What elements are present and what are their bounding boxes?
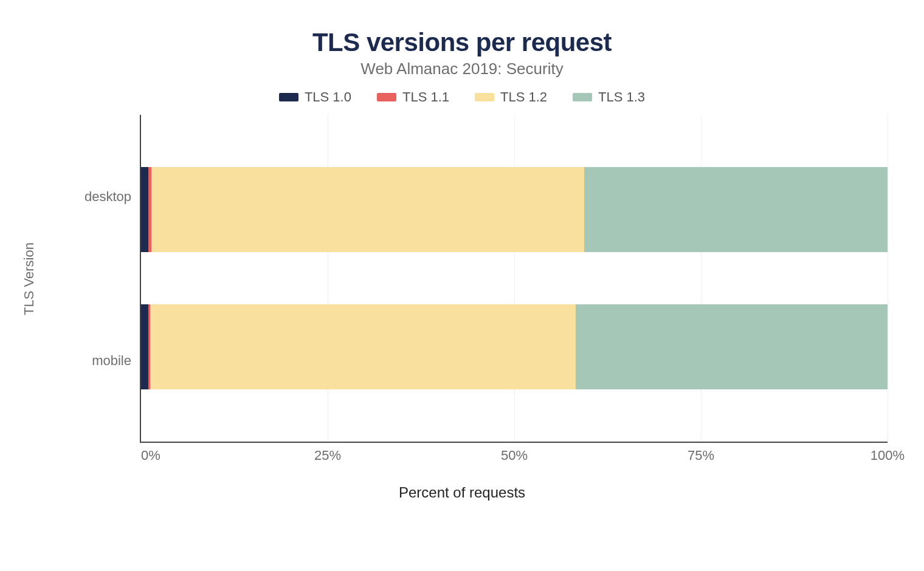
legend-item-tls-1.3[interactable]: TLS 1.3 (573, 89, 645, 105)
x-tick-label: 100% (871, 448, 905, 463)
legend-swatch (377, 93, 396, 101)
x-tick-label: 75% (688, 448, 714, 463)
bar-segment-tls-1.0[interactable] (141, 167, 148, 252)
bar-row-desktop (141, 167, 888, 252)
plot-area: 0%25%50%75%100% (140, 115, 888, 443)
legend-label: TLS 1.0 (305, 89, 351, 105)
bars-layer (141, 115, 888, 442)
x-tick-label: 0% (141, 448, 160, 463)
legend-swatch (475, 93, 494, 101)
x-axis-label: Percent of requests (36, 484, 888, 501)
x-axis-ticks: 0%25%50%75%100% (141, 448, 888, 466)
bar-segment-tls-1.2[interactable] (151, 167, 584, 252)
legend-swatch (573, 93, 592, 101)
plot-frame: TLS Version desktopmobile 0%25%50%75%100… (36, 115, 888, 443)
bar-segment-tls-1.3[interactable] (576, 304, 888, 389)
legend-label: TLS 1.3 (598, 89, 645, 105)
legend-label: TLS 1.2 (500, 89, 547, 105)
legend-label: TLS 1.1 (402, 89, 449, 105)
y-tick-label: mobile (92, 353, 131, 369)
chart-subtitle: Web Almanac 2019: Security (36, 60, 888, 78)
bar-segment-tls-1.3[interactable] (584, 167, 888, 252)
y-tick-label: desktop (84, 189, 131, 205)
legend-item-tls-1.1[interactable]: TLS 1.1 (377, 89, 449, 105)
y-axis-label: TLS Version (21, 242, 37, 315)
legend-item-tls-1.0[interactable]: TLS 1.0 (279, 89, 351, 105)
chart-container: TLS versions per request Web Almanac 201… (0, 0, 924, 571)
legend-item-tls-1.2[interactable]: TLS 1.2 (475, 89, 547, 105)
x-tick-label: 50% (501, 448, 528, 463)
legend-swatch (279, 93, 298, 101)
bar-segment-tls-1.2[interactable] (150, 304, 576, 389)
chart-title: TLS versions per request (36, 28, 888, 57)
bar-segment-tls-1.0[interactable] (141, 304, 148, 389)
bar-row-mobile (141, 304, 888, 389)
x-tick-label: 25% (314, 448, 341, 463)
y-axis-ticks: desktopmobile (36, 115, 140, 443)
legend: TLS 1.0TLS 1.1TLS 1.2TLS 1.3 (36, 89, 888, 105)
gridline (888, 115, 888, 442)
